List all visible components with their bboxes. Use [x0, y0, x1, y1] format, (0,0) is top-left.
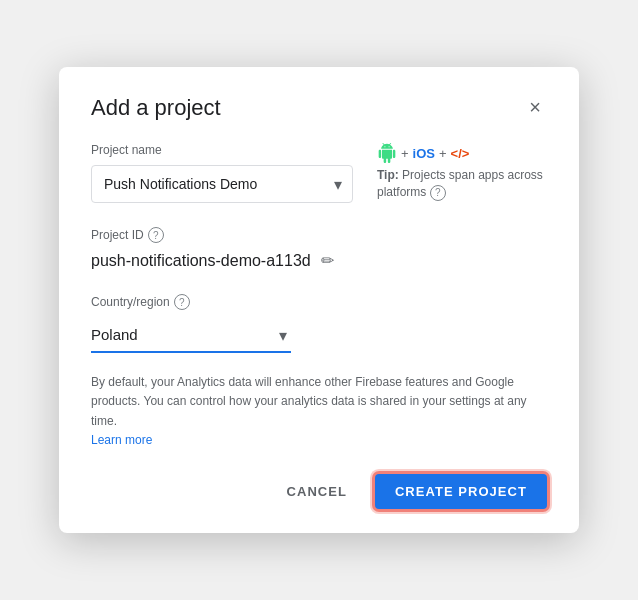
project-name-row: Project name Push Notifications Demo ▾ [91, 143, 547, 203]
tip-body: Projects span apps across platforms [377, 168, 543, 199]
code-label: </> [451, 146, 470, 161]
plus-icon-2: + [439, 146, 447, 161]
cancel-button[interactable]: CANCEL [275, 476, 359, 507]
country-section: Country/region ? Poland ▾ [91, 294, 547, 353]
project-id-section: Project ID ? push-notifications-demo-a11… [91, 227, 547, 270]
dialog-title: Add a project [91, 95, 221, 121]
tip-help-icon[interactable]: ? [430, 185, 446, 201]
modal-footer: CANCEL CREATE PROJECT [91, 474, 547, 509]
platform-tip-area: + iOS + </> Tip: Projects span apps acro… [377, 143, 547, 201]
android-icon [377, 143, 397, 163]
learn-more-link[interactable]: Learn more [91, 433, 152, 447]
close-button[interactable]: × [523, 95, 547, 119]
platform-tip: + iOS + </> Tip: Projects span apps acro… [377, 143, 547, 201]
modal-overlay: Add a project × Project name Push Notifi… [0, 0, 638, 600]
tip-prefix: Tip: [377, 168, 399, 182]
project-name-label: Project name [91, 143, 353, 157]
country-help-icon[interactable]: ? [174, 294, 190, 310]
plus-icon-1: + [401, 146, 409, 161]
edit-icon[interactable]: ✏ [321, 251, 334, 270]
country-select[interactable]: Poland [91, 318, 291, 351]
tip-text: Tip: Projects span apps across platforms… [377, 167, 547, 201]
analytics-notice: By default, your Analytics data will enh… [91, 373, 547, 450]
modal-header: Add a project × [91, 95, 547, 121]
country-label-text: Country/region [91, 295, 170, 309]
project-id-text: push-notifications-demo-a113d [91, 252, 311, 270]
country-label: Country/region ? [91, 294, 547, 310]
create-project-button[interactable]: CREATE PROJECT [375, 474, 547, 509]
country-select-wrapper[interactable]: Poland ▾ [91, 318, 291, 353]
project-name-select-wrapper[interactable]: Push Notifications Demo ▾ [91, 165, 353, 203]
dialog: Add a project × Project name Push Notifi… [59, 67, 579, 533]
project-name-field: Project name Push Notifications Demo ▾ [91, 143, 353, 203]
analytics-notice-text: By default, your Analytics data will enh… [91, 375, 527, 427]
project-id-value-row: push-notifications-demo-a113d ✏ [91, 251, 547, 270]
project-id-help-icon[interactable]: ? [148, 227, 164, 243]
project-id-label-text: Project ID [91, 228, 144, 242]
platform-icons: + iOS + </> [377, 143, 547, 163]
ios-label: iOS [413, 146, 435, 161]
project-name-select[interactable]: Push Notifications Demo [92, 166, 352, 202]
project-id-label: Project ID ? [91, 227, 547, 243]
